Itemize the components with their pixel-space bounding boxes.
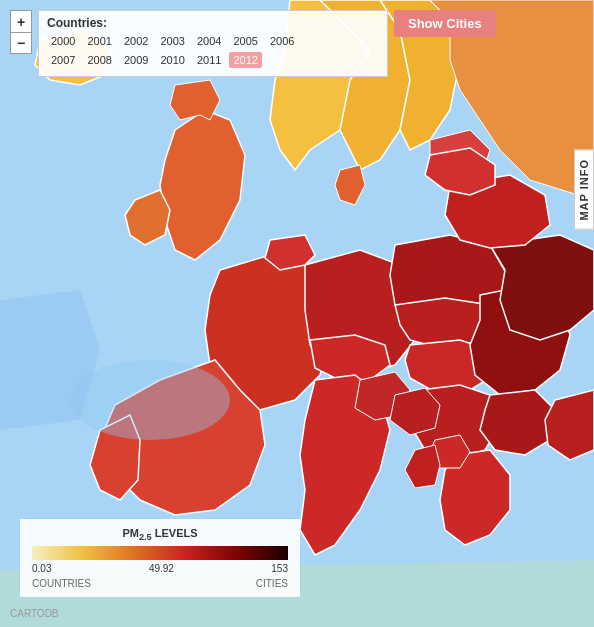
year-button-2012[interactable]: 2012 (229, 52, 261, 68)
year-button-2007[interactable]: 2007 (47, 52, 79, 68)
map-container: + − Countries: 2000200120022003200420052… (0, 0, 594, 627)
zoom-out-button[interactable]: − (10, 32, 32, 54)
year-button-2001[interactable]: 2001 (83, 33, 115, 49)
legend-labels: 0.03 49.92 153 (32, 563, 288, 574)
year-row-2: 200720082009201020112012 (47, 52, 379, 68)
legend-mid: 49.92 (149, 563, 174, 574)
legend-title: PM2.5 LEVELS (32, 527, 288, 542)
year-button-2011[interactable]: 2011 (193, 52, 225, 68)
year-row-1: 2000200120022003200420052006 (47, 33, 379, 49)
zoom-buttons: + − (10, 10, 32, 54)
year-button-2008[interactable]: 2008 (83, 52, 115, 68)
legend-footer: COUNTRIES CITIES (32, 578, 288, 589)
zoom-in-button[interactable]: + (10, 10, 32, 32)
year-button-2004[interactable]: 2004 (193, 33, 225, 49)
year-panel: Countries: 2000200120022003200420052006 … (38, 10, 388, 77)
year-button-2005[interactable]: 2005 (229, 33, 261, 49)
map-info-container: MAP INFO (574, 150, 594, 230)
legend-cities-label: CITIES (256, 578, 288, 589)
map-info-tab[interactable]: MAP INFO (574, 150, 594, 230)
legend-gradient (32, 546, 288, 560)
year-button-2003[interactable]: 2003 (156, 33, 188, 49)
cartodb-watermark: CARTODB (10, 608, 59, 619)
year-button-2010[interactable]: 2010 (156, 52, 188, 68)
year-panel-header: Countries: (47, 16, 379, 30)
legend-min: 0.03 (32, 563, 51, 574)
legend: PM2.5 LEVELS 0.03 49.92 153 COUNTRIES CI… (20, 519, 300, 597)
year-button-2002[interactable]: 2002 (120, 33, 152, 49)
year-button-2009[interactable]: 2009 (120, 52, 152, 68)
svg-point-1 (70, 360, 230, 440)
year-button-2000[interactable]: 2000 (47, 33, 79, 49)
show-cities-button[interactable]: Show Cities (394, 10, 496, 37)
legend-max: 153 (271, 563, 288, 574)
year-button-2006[interactable]: 2006 (266, 33, 298, 49)
top-controls: + − Countries: 2000200120022003200420052… (10, 10, 496, 77)
legend-countries-label: COUNTRIES (32, 578, 91, 589)
